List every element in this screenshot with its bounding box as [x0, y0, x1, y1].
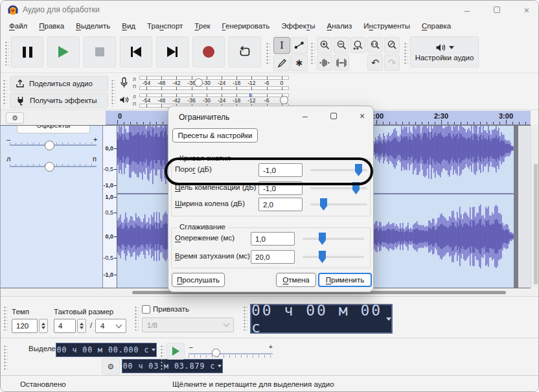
zoom-toggle-button[interactable] — [384, 37, 400, 53]
play-button[interactable] — [47, 36, 80, 67]
audio-setup-button[interactable]: Настройки аудио — [410, 36, 479, 67]
audio-position-display[interactable]: 00 ч 00 м 00 с — [250, 304, 393, 334]
makeup-target-slider[interactable] — [310, 181, 367, 195]
skip-to-end-button[interactable] — [156, 36, 189, 67]
fit-selection-button[interactable] — [350, 37, 366, 53]
speed-slider-track[interactable] — [189, 353, 273, 354]
dialog-maximize-button[interactable] — [323, 108, 345, 124]
dropdown-arrow-icon — [449, 46, 454, 49]
speed-minus-label: – — [189, 343, 193, 351]
menu-item-7[interactable]: Эффекты — [275, 21, 321, 31]
multi-tool-button[interactable]: ✱ — [291, 54, 308, 71]
zoom-out-button[interactable] — [334, 37, 349, 53]
draw-tool-button[interactable] — [273, 54, 290, 71]
menu-item-10[interactable]: Справка — [416, 21, 457, 31]
vertical-scrollbar[interactable] — [531, 125, 539, 288]
grip-selection[interactable] — [3, 345, 8, 371]
loop-button[interactable] — [229, 36, 261, 67]
menu-item-6[interactable]: Генерировать — [216, 21, 276, 31]
status-bar: Остановлено Щёлкните и перетащите для вы… — [1, 375, 539, 392]
apply-button[interactable]: Применить — [318, 273, 372, 287]
time-format-arrow-icon — [386, 317, 391, 321]
menu-item-1[interactable]: Правка — [33, 21, 70, 31]
redo-button[interactable]: ↷ — [384, 54, 400, 71]
selection-options-button[interactable]: ⚙ — [102, 358, 120, 375]
selection-end-field[interactable]: 00 ч 03 м 03.879 с — [122, 359, 223, 373]
menu-item-5[interactable]: Трек — [189, 21, 216, 31]
dialog-close-button[interactable]: × — [351, 108, 373, 124]
recording-meter[interactable]: Л П -54-48-42-36-30-24-18-12-60 — [117, 75, 290, 91]
release-input[interactable] — [251, 250, 295, 264]
tempo-input[interactable] — [12, 319, 38, 333]
grip-tools[interactable] — [266, 42, 270, 64]
silence-audio-button[interactable] — [334, 54, 349, 71]
grip-time[interactable] — [243, 306, 247, 330]
menu-item-8[interactable]: Анализ — [321, 21, 358, 31]
record-button[interactable] — [192, 36, 225, 67]
pause-button[interactable] — [11, 36, 43, 67]
share-audio-button[interactable]: Поделиться аудио — [10, 76, 108, 91]
redo-icon: ↷ — [388, 57, 396, 69]
grip-edit[interactable] — [310, 42, 315, 64]
get-effects-button[interactable]: Получить эффекты — [10, 93, 108, 108]
timesig-spinner[interactable] — [77, 319, 86, 333]
grip-snap[interactable] — [134, 306, 139, 330]
timesig-upper-input[interactable] — [54, 319, 76, 333]
threshold-input[interactable] — [258, 163, 303, 177]
fit-project-button[interactable] — [367, 37, 383, 53]
window-close-button[interactable]: × — [512, 1, 539, 19]
skip-to-start-button[interactable] — [120, 36, 152, 67]
vertical-scrollbar-thumb[interactable] — [534, 164, 538, 284]
grip-meters[interactable] — [111, 79, 115, 106]
menu-item-9[interactable]: Инструменты — [358, 21, 416, 31]
lookahead-slider[interactable] — [303, 232, 364, 246]
vertical-scale-ruler[interactable]: 0,0-0,5-1,01,00,50,0-0,5-1,0 — [104, 125, 117, 288]
window-maximize-button[interactable] — [483, 1, 511, 19]
pan-left-label: л — [6, 155, 10, 163]
menu-item-2[interactable]: Выделить — [70, 21, 116, 31]
zoom-in-button[interactable] — [317, 37, 332, 53]
dialog-minimize-button[interactable]: – — [294, 108, 316, 124]
stop-icon — [95, 47, 104, 56]
makeup-target-input[interactable] — [258, 181, 303, 195]
track-effects-button[interactable]: Эффекты — [17, 125, 90, 133]
zoom-out-icon — [336, 40, 347, 51]
gain-slider-knob[interactable] — [45, 141, 54, 150]
track-control-panel[interactable]: Эффекты – + л п — [1, 125, 103, 288]
presets-settings-button[interactable]: Пресеты & настройки — [172, 128, 258, 143]
timesig-lower-dropdown[interactable]: 4 — [95, 319, 126, 333]
play-at-speed-button[interactable] — [166, 343, 185, 360]
cancel-button[interactable]: Отмена — [276, 273, 316, 287]
window-minimize-button[interactable]: – — [453, 1, 481, 19]
status-state: Остановлено — [20, 380, 66, 388]
menu-item-0[interactable]: Файл — [3, 21, 33, 31]
envelope-tool-button[interactable] — [291, 37, 308, 54]
pan-slider-knob[interactable] — [45, 162, 54, 172]
recording-volume-knob[interactable] — [194, 78, 203, 87]
knee-width-slider[interactable] — [310, 198, 367, 211]
zoom-in-icon — [319, 40, 330, 51]
stop-button[interactable] — [84, 36, 116, 67]
grip-transport[interactable] — [5, 41, 9, 65]
snap-checkbox[interactable] — [142, 305, 150, 314]
grip-audio-setup[interactable] — [404, 42, 408, 64]
snap-interval-dropdown[interactable]: 1/8 — [142, 317, 234, 332]
menu-item-3[interactable]: Вид — [116, 21, 141, 31]
tempo-spinner[interactable] — [39, 319, 48, 333]
trim-audio-button[interactable] — [317, 54, 332, 71]
playback-volume-knob[interactable] — [280, 96, 288, 104]
selection-start-field[interactable]: 00 ч 00 м 00.000 с — [56, 343, 157, 357]
grip-share[interactable] — [3, 79, 7, 106]
speed-slider-knob[interactable] — [212, 349, 220, 357]
selection-tool-button[interactable]: I — [273, 37, 290, 54]
lookahead-input[interactable] — [251, 232, 295, 246]
menu-item-4[interactable]: Транспорт — [141, 21, 189, 31]
undo-button[interactable]: ↶ — [367, 54, 383, 71]
threshold-slider[interactable] — [310, 163, 367, 177]
preview-button[interactable]: Прослушать — [172, 273, 225, 287]
release-slider[interactable] — [303, 250, 364, 264]
grip-tempo[interactable] — [3, 306, 8, 330]
knee-width-input[interactable] — [258, 198, 303, 211]
timeline-options-button[interactable]: ⚙ — [6, 112, 24, 124]
grip-play-speed[interactable] — [160, 345, 165, 371]
